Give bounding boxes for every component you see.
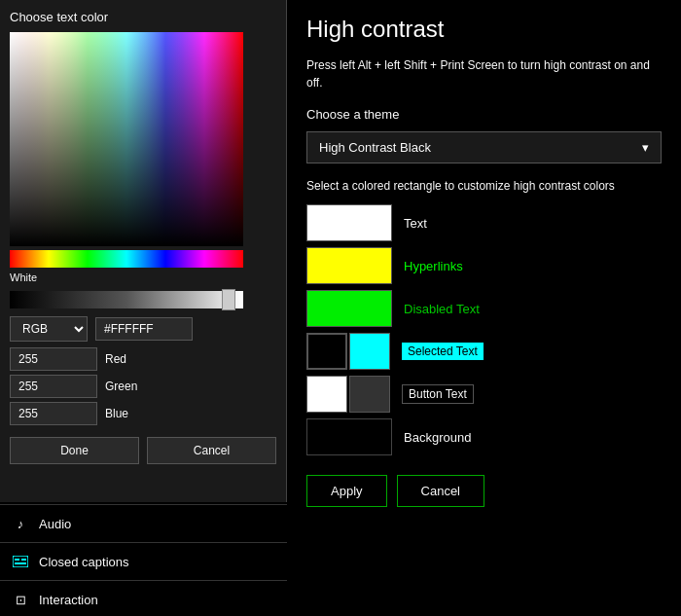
color-item-disabled: Disabled Text <box>306 290 662 327</box>
disabled-label: Disabled Text <box>404 302 480 316</box>
button-swatch-group <box>306 376 390 413</box>
sidebar-item-interaction[interactable]: ⊡ Interaction <box>0 583 287 616</box>
sidebar-sep-2 <box>0 542 287 543</box>
red-label: Red <box>105 352 144 366</box>
chevron-down-icon: ▾ <box>642 140 649 155</box>
selected-swatch-2[interactable] <box>349 333 390 370</box>
gradient-black-overlay <box>10 32 243 246</box>
sidebar-bottom: ♪ Audio Closed captions ⊡ Interaction <box>0 502 287 616</box>
page-description: Press left Alt + left Shift + Print Scre… <box>306 56 662 91</box>
background-swatch[interactable] <box>306 418 392 455</box>
customize-label: Select a colored rectangle to customize … <box>306 179 662 193</box>
page-title: High contrast <box>306 16 662 43</box>
hyperlinks-label: Hyperlinks <box>404 259 463 273</box>
theme-dropdown[interactable]: High Contrast Black ▾ <box>306 131 662 163</box>
sidebar-interaction-label: Interaction <box>39 593 98 607</box>
action-buttons: Apply Cancel <box>306 475 662 507</box>
disabled-swatch[interactable] <box>306 290 392 327</box>
closed-captions-icon <box>12 553 29 570</box>
hex-input[interactable] <box>95 317 193 341</box>
white-label: White <box>10 272 276 283</box>
sidebar-sep-3 <box>0 580 287 581</box>
button-swatch-1[interactable] <box>306 376 347 413</box>
color-picker-panel: Choose text color White RGB Red Green Bl… <box>0 0 287 616</box>
color-mode-row: RGB <box>10 316 276 342</box>
sidebar-item-closed-captions[interactable]: Closed captions <box>0 545 287 578</box>
text-swatch[interactable] <box>306 204 392 241</box>
right-panel: High contrast Press left Alt + left Shif… <box>287 0 681 616</box>
svg-rect-2 <box>21 559 26 561</box>
green-row: Green <box>10 375 276 398</box>
sidebar-captions-label: Closed captions <box>39 555 129 569</box>
color-item-selected: Selected Text <box>306 333 662 370</box>
color-item-hyperlinks: Hyperlinks <box>306 247 662 284</box>
color-mode-select[interactable]: RGB <box>10 316 88 342</box>
red-row: Red <box>10 347 276 371</box>
done-button[interactable]: Done <box>10 437 139 464</box>
svg-rect-1 <box>15 559 19 561</box>
blue-input[interactable] <box>10 402 97 425</box>
color-items-list: Text Hyperlinks Disabled Text Selected T… <box>306 204 662 455</box>
button-swatch-2[interactable] <box>349 376 390 413</box>
green-label: Green <box>105 380 144 393</box>
color-item-text: Text <box>306 204 662 241</box>
audio-icon: ♪ <box>12 515 29 532</box>
selected-label: Selected Text <box>402 343 484 360</box>
blue-label: Blue <box>105 407 144 420</box>
brightness-slider[interactable] <box>10 291 243 308</box>
button-label: Button Text <box>402 384 474 404</box>
apply-button[interactable]: Apply <box>306 475 387 507</box>
blue-row: Blue <box>10 402 276 425</box>
selected-swatch-group <box>306 333 390 370</box>
green-input[interactable] <box>10 375 97 398</box>
theme-section-label: Choose a theme <box>306 107 662 122</box>
sidebar-audio-label: Audio <box>39 517 71 531</box>
color-picker-title: Choose text color <box>10 10 276 24</box>
text-label: Text <box>404 216 427 231</box>
svg-rect-3 <box>15 562 26 564</box>
interaction-icon: ⊡ <box>12 591 29 608</box>
red-input[interactable] <box>10 347 97 371</box>
picker-buttons: Done Cancel <box>10 437 276 464</box>
color-item-background: Background <box>306 418 662 455</box>
sidebar-sep-1 <box>0 504 287 505</box>
cancel-button[interactable]: Cancel <box>147 437 276 464</box>
hue-slider[interactable] <box>10 250 243 268</box>
background-label: Background <box>404 430 471 445</box>
selected-swatch-1[interactable] <box>306 333 347 370</box>
color-item-button: Button Text <box>306 376 662 413</box>
hyperlinks-swatch[interactable] <box>306 247 392 284</box>
brightness-thumb[interactable] <box>222 289 235 310</box>
color-gradient-area[interactable] <box>10 32 243 246</box>
theme-value: High Contrast Black <box>319 140 431 155</box>
svg-rect-0 <box>13 556 28 567</box>
sidebar-item-audio[interactable]: ♪ Audio <box>0 507 287 540</box>
action-cancel-button[interactable]: Cancel <box>397 475 484 507</box>
